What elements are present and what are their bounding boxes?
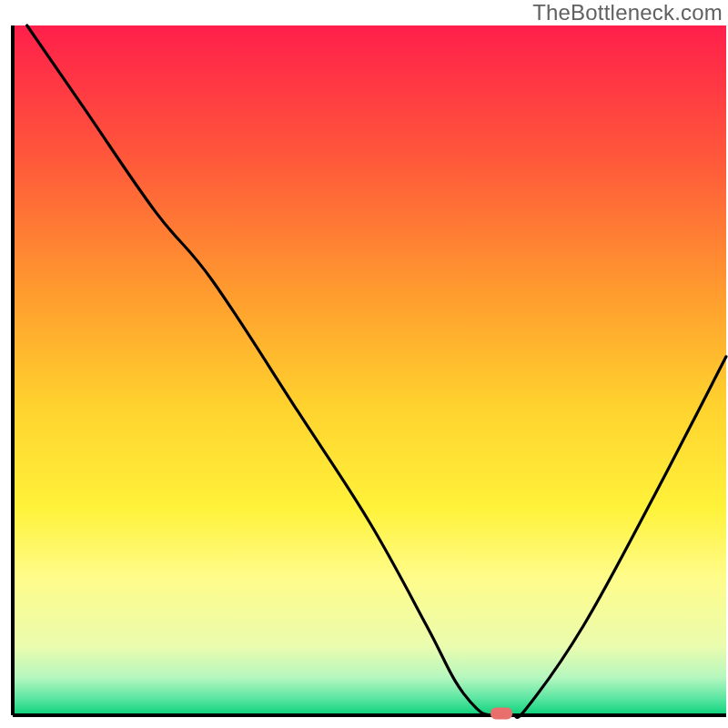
bottleneck-chart: TheBottleneck.com xyxy=(0,0,728,728)
chart-canvas xyxy=(0,0,728,728)
watermark-text: TheBottleneck.com xyxy=(532,0,723,25)
optimal-point-marker xyxy=(490,708,512,720)
plot-background xyxy=(13,25,726,715)
